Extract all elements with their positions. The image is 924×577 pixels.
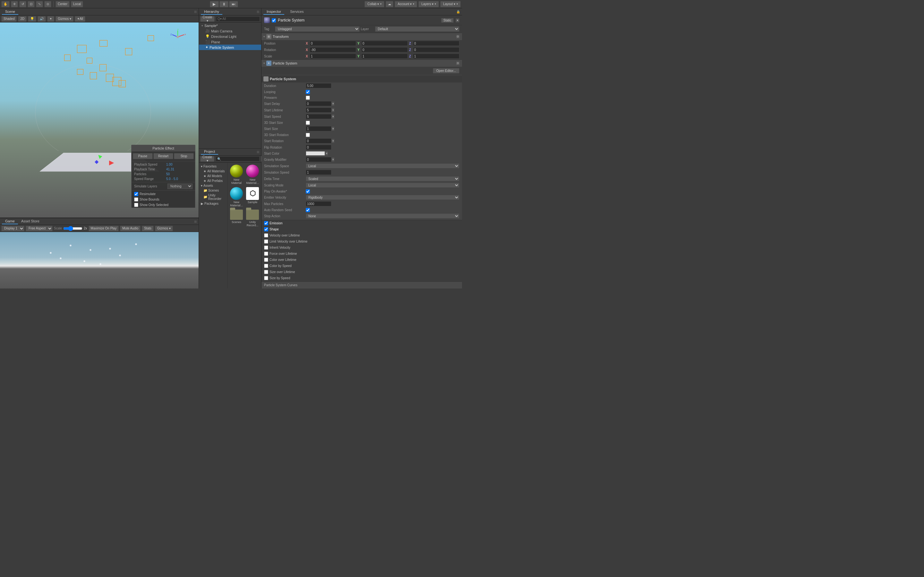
3d-start-size-checkbox[interactable] [306, 121, 310, 125]
hierarchy-item-particle[interactable]: ✦ Particle System [199, 45, 261, 50]
scaling-mode-select[interactable]: Local [306, 182, 459, 188]
center-button[interactable]: Center [55, 1, 69, 7]
prewarm-checkbox[interactable] [306, 96, 310, 100]
transform-header[interactable]: ▾ ⊞ Transform ⚙ [261, 33, 462, 40]
collab-button[interactable]: Collab ▾ [364, 1, 384, 7]
tree-unity-recorder[interactable]: 📁 Unity Recorder [199, 193, 227, 201]
tag-select[interactable]: Untagged [275, 26, 360, 32]
open-editor-btn[interactable]: Open Editor... [433, 68, 459, 74]
gravity-modifier-dropdown[interactable]: ▾ [332, 157, 335, 162]
tool-hand[interactable]: ✋ [1, 1, 10, 7]
asset-new-material-2[interactable]: New Material... [245, 164, 260, 185]
asset-scenes-folder[interactable]: Scenes [229, 209, 244, 227]
module-sol-checkbox[interactable] [264, 270, 268, 274]
module-col-checkbox[interactable] [264, 258, 268, 262]
play-button[interactable]: ▶ [210, 1, 219, 7]
start-lifetime-input[interactable] [306, 108, 332, 113]
position-y-input[interactable] [361, 41, 408, 46]
module-inherit-velocity-checkbox[interactable] [264, 245, 268, 250]
stop-action-select[interactable]: None [306, 213, 459, 219]
hierarchy-create-btn[interactable]: Create ▾ [200, 16, 215, 22]
light-btn[interactable]: 💡 [28, 16, 36, 22]
emitter-velocity-select[interactable]: Rigidbody [306, 195, 459, 200]
asset-sample[interactable]: ⬡ Sample [245, 187, 260, 208]
all-btn[interactable]: ✦All [75, 16, 85, 22]
max-particles-input[interactable] [306, 201, 332, 206]
stats-btn[interactable]: Stats [142, 226, 154, 231]
start-lifetime-dropdown[interactable]: ▾ [332, 108, 335, 112]
play-on-awake-checkbox[interactable] [306, 189, 310, 193]
scale-z-input[interactable] [413, 53, 459, 59]
scene-pin[interactable]: ⊞ [194, 10, 197, 13]
start-delay-input[interactable] [306, 101, 332, 106]
hierarchy-search[interactable] [216, 16, 260, 21]
tab-hierarchy[interactable]: Hierarchy [201, 9, 222, 15]
position-x-input[interactable] [310, 41, 356, 46]
scale-slider[interactable] [63, 226, 82, 231]
inspector-scroll[interactable]: Particle System Static ▾ Tag Untagged La… [261, 15, 462, 281]
cloud-button[interactable]: ☁ [386, 1, 393, 7]
ps-module-limit-velocity[interactable]: Limit Velocity over Lifetime [261, 239, 462, 245]
tree-all-materials[interactable]: ★ All Materials [199, 169, 227, 174]
looping-checkbox[interactable] [306, 90, 310, 94]
particle-system-header[interactable]: ▾ ✦ Particle System ⚙ [261, 60, 462, 67]
layout-button[interactable]: Layout ▾ [440, 1, 461, 7]
scale-y-input[interactable] [361, 53, 408, 59]
ps-module-inherit-velocity[interactable]: Inherit Velocity [261, 245, 462, 251]
module-sbs-checkbox[interactable] [264, 276, 268, 280]
project-pin[interactable]: ⊞ [257, 150, 259, 154]
tool-scale[interactable]: ⊡ [27, 1, 35, 7]
gizmos-btn[interactable]: Gizmos ▾ [55, 16, 74, 22]
transform-settings-btn[interactable]: ⚙ [456, 34, 460, 39]
tab-services[interactable]: Services [287, 9, 307, 15]
flip-rotation-input[interactable] [306, 145, 332, 150]
ps-module-velocity[interactable]: Velocity over Lifetime [261, 232, 462, 239]
pe-resimulate-check[interactable] [134, 192, 138, 196]
fx-btn[interactable]: ✦ [47, 16, 54, 22]
hierarchy-root[interactable]: ▾ Sample* [199, 23, 261, 28]
ps-module-size-by-speed[interactable]: Size by Speed [261, 275, 462, 281]
asset-unity-recorder-folder[interactable]: Unity Record... [245, 209, 260, 227]
pe-pause-btn[interactable]: Pause [133, 153, 153, 159]
start-delay-dropdown[interactable]: ▾ [332, 102, 335, 106]
start-color-picker[interactable] [306, 151, 325, 156]
gravity-modifier-input[interactable] [306, 157, 332, 162]
hierarchy-item-camera[interactable]: 🎥 Main Camera [199, 28, 261, 34]
pause-button[interactable]: ⏸ [219, 1, 229, 7]
delta-time-select[interactable]: Scaled [306, 176, 459, 181]
tab-project[interactable]: Project [201, 149, 218, 155]
tree-packages[interactable]: ▶ Packages [199, 201, 227, 206]
hierarchy-item-light[interactable]: 💡 Directional Light [199, 34, 261, 39]
ps-inner-header[interactable]: Particle System [261, 76, 462, 82]
start-speed-input[interactable] [306, 114, 332, 119]
module-emission-checkbox[interactable] [264, 221, 268, 225]
tree-all-prefabs[interactable]: ★ All Prefabs [199, 179, 227, 183]
asset-new-material-3[interactable]: New Material... [229, 187, 244, 208]
start-rotation-input[interactable] [306, 138, 332, 143]
sim-speed-input[interactable] [306, 170, 332, 175]
rotation-z-input[interactable] [413, 47, 459, 52]
ps-module-shape[interactable]: Shape [261, 226, 462, 232]
ps-module-color-over-lifetime[interactable]: Color over Lifetime [261, 257, 462, 263]
game-pin[interactable]: ⊞ [194, 220, 197, 223]
account-button[interactable]: Account ▾ [394, 1, 417, 7]
layers-button[interactable]: Layers ▾ [419, 1, 439, 7]
ps-curves-footer[interactable]: Particle System Curves [261, 281, 462, 288]
start-color-dropdown[interactable]: ▾ [325, 151, 328, 156]
tree-favorites[interactable]: ▾ Favorites [199, 164, 227, 169]
static-dropdown-btn[interactable]: ▾ [456, 18, 459, 23]
3d-start-rot-checkbox[interactable] [306, 133, 310, 137]
scene-content[interactable]: X Y Z ▲ [0, 23, 199, 218]
project-search[interactable] [216, 156, 259, 161]
project-create-btn[interactable]: Create ▾ [200, 156, 214, 162]
start-speed-dropdown[interactable]: ▾ [332, 114, 335, 119]
tab-inspector[interactable]: Inspector [263, 9, 284, 15]
mute-btn[interactable]: Mute Audio [120, 226, 140, 231]
pe-only-selected-check[interactable] [134, 203, 138, 207]
inspector-pin[interactable]: 🔒 [456, 10, 460, 13]
auto-random-seed-checkbox[interactable] [306, 208, 310, 212]
start-size-input[interactable] [306, 126, 332, 131]
pe-stop-btn[interactable]: Stop [174, 153, 194, 159]
rotation-y-input[interactable] [361, 47, 408, 52]
static-btn[interactable]: Static [441, 18, 454, 23]
